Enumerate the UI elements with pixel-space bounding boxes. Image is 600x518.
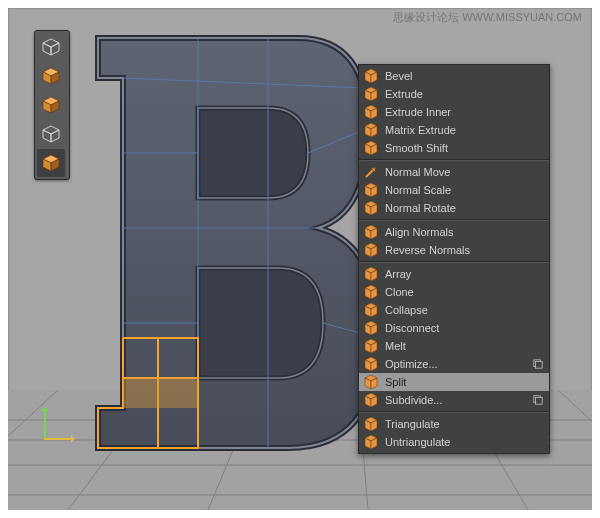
menu-item-label: Clone	[385, 286, 543, 298]
arrow-icon	[363, 164, 379, 180]
cube-icon	[363, 374, 379, 390]
menu-item-label: Normal Rotate	[385, 202, 543, 214]
axis-x-icon	[44, 438, 74, 440]
menu-item-label: Split	[385, 376, 543, 388]
menu-item-label: Extrude	[385, 88, 543, 100]
mesh-letter-b[interactable]	[68, 28, 388, 458]
menu-item-label: Triangulate	[385, 418, 543, 430]
menu-item-subdivide[interactable]: Subdivide...	[359, 391, 549, 409]
menu-item-label: Normal Move	[385, 166, 543, 178]
mode-face-button[interactable]	[37, 120, 65, 148]
menu-item-align-normals[interactable]: Align Normals	[359, 223, 549, 241]
cube-icon	[363, 320, 379, 336]
menu-item-clone[interactable]: Clone	[359, 283, 549, 301]
cube-icon	[363, 356, 379, 372]
cube-icon	[363, 302, 379, 318]
menu-item-reverse-normals[interactable]: Reverse Normals	[359, 241, 549, 259]
submenu-icon	[533, 359, 543, 369]
menu-item-normal-rotate[interactable]: Normal Rotate	[359, 199, 549, 217]
svg-marker-20	[123, 378, 198, 408]
cube-icon	[363, 104, 379, 120]
menu-item-array[interactable]: Array	[359, 265, 549, 283]
mode-edge-button[interactable]	[37, 91, 65, 119]
menu-item-optimize[interactable]: Optimize...	[359, 355, 549, 373]
menu-item-label: Array	[385, 268, 543, 280]
menu-separator	[359, 219, 549, 221]
menu-item-matrix-extrude[interactable]: Matrix Extrude	[359, 121, 549, 139]
menu-item-label: Melt	[385, 340, 543, 352]
axis-gizmo	[38, 400, 78, 440]
cube-icon	[363, 338, 379, 354]
cube-icon	[363, 242, 379, 258]
menu-item-triangulate[interactable]: Triangulate	[359, 415, 549, 433]
menu-item-label: Normal Scale	[385, 184, 543, 196]
cube-icon	[363, 122, 379, 138]
menu-item-label: Align Normals	[385, 226, 543, 238]
menu-item-normal-move[interactable]: Normal Move	[359, 163, 549, 181]
svg-line-9	[558, 390, 592, 510]
menu-item-normal-scale[interactable]: Normal Scale	[359, 181, 549, 199]
cube-icon	[363, 140, 379, 156]
menu-item-label: Subdivide...	[385, 394, 527, 406]
cube-icon	[363, 224, 379, 240]
menu-item-extrude-inner[interactable]: Extrude Inner	[359, 103, 549, 121]
context-menu: BevelExtrudeExtrude InnerMatrix ExtrudeS…	[358, 64, 550, 454]
menu-item-label: Matrix Extrude	[385, 124, 543, 136]
submenu-icon	[533, 395, 543, 405]
menu-item-label: Collapse	[385, 304, 543, 316]
menu-item-label: Optimize...	[385, 358, 527, 370]
cube-icon	[363, 284, 379, 300]
cube-icon	[363, 182, 379, 198]
mode-element-button[interactable]	[37, 149, 65, 177]
cube-icon	[363, 434, 379, 450]
axis-y-icon	[44, 408, 46, 440]
watermark-text: 思缘设计论坛 WWW.MISSYUAN.COM	[393, 10, 582, 25]
menu-item-label: Bevel	[385, 70, 543, 82]
mode-object-button[interactable]	[37, 33, 65, 61]
menu-item-label: Reverse Normals	[385, 244, 543, 256]
menu-item-split[interactable]: Split	[359, 373, 549, 391]
menu-item-smooth-shift[interactable]: Smooth Shift	[359, 139, 549, 157]
menu-separator	[359, 411, 549, 413]
menu-item-untriangulate[interactable]: Untriangulate	[359, 433, 549, 451]
cube-icon	[363, 416, 379, 432]
cube-icon	[363, 68, 379, 84]
menu-item-disconnect[interactable]: Disconnect	[359, 319, 549, 337]
viewport-3d[interactable]: 思缘设计论坛 WWW.MISSYUAN.COM	[8, 8, 592, 510]
cube-icon	[363, 200, 379, 216]
menu-item-label: Disconnect	[385, 322, 543, 334]
menu-item-extrude[interactable]: Extrude	[359, 85, 549, 103]
menu-item-melt[interactable]: Melt	[359, 337, 549, 355]
cube-icon	[363, 86, 379, 102]
cube-icon	[363, 266, 379, 282]
cube-icon	[363, 392, 379, 408]
menu-item-label: Untriangulate	[385, 436, 543, 448]
mode-vertex-button[interactable]	[37, 62, 65, 90]
menu-separator	[359, 159, 549, 161]
menu-item-label: Smooth Shift	[385, 142, 543, 154]
menu-item-collapse[interactable]: Collapse	[359, 301, 549, 319]
menu-item-bevel[interactable]: Bevel	[359, 67, 549, 85]
mode-toolbar	[34, 30, 70, 180]
menu-item-label: Extrude Inner	[385, 106, 543, 118]
menu-separator	[359, 261, 549, 263]
